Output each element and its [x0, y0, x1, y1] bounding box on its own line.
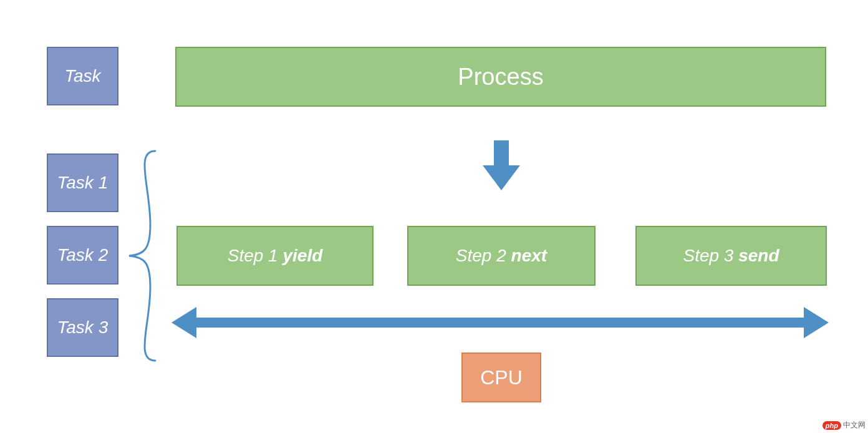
step-2-box: Step 2 next — [407, 226, 596, 286]
brace-icon — [125, 150, 160, 362]
cpu-label: CPU — [480, 366, 523, 389]
watermark-badge: php — [822, 421, 841, 430]
process-label: Process — [458, 64, 543, 90]
step-1-label: Step 1 yield — [228, 246, 323, 266]
task-1-label: Task 1 — [57, 173, 108, 193]
down-arrow-icon — [483, 140, 520, 190]
cpu-box: CPU — [461, 353, 541, 402]
double-arrow-icon — [171, 307, 829, 338]
step-2-keyword: next — [511, 246, 547, 265]
task-3-label: Task 3 — [57, 318, 108, 338]
step-1-box: Step 1 yield — [176, 226, 374, 286]
step-3-prefix: Step 3 — [683, 246, 738, 265]
task-1-box: Task 1 — [47, 153, 118, 212]
step-2-label: Step 2 next — [456, 246, 547, 266]
step-3-box: Step 3 send — [635, 226, 827, 286]
step-2-prefix: Step 2 — [456, 246, 511, 265]
task-3-box: Task 3 — [47, 298, 118, 357]
step-1-prefix: Step 1 — [228, 246, 283, 265]
step-3-label: Step 3 send — [683, 246, 779, 266]
step-1-keyword: yield — [282, 246, 322, 265]
task-box: Task — [47, 47, 118, 105]
task-2-box: Task 2 — [47, 226, 118, 285]
task-2-label: Task 2 — [57, 245, 108, 265]
watermark-text: 中文网 — [843, 420, 866, 431]
task-label: Task — [64, 66, 100, 86]
step-3-keyword: send — [738, 246, 779, 265]
watermark: php 中文网 — [822, 420, 866, 431]
process-box: Process — [175, 47, 826, 107]
